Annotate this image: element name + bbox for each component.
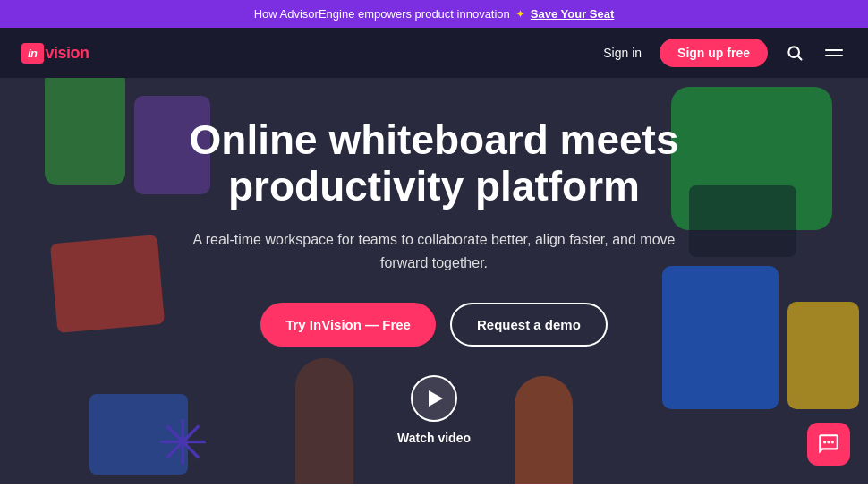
- svg-point-7: [823, 441, 826, 443]
- logo-box: in: [21, 43, 44, 64]
- play-circle: [411, 375, 457, 422]
- hero-subtitle: A real-time workspace for teams to colla…: [183, 228, 685, 274]
- navbar: in vision Sign in Sign up free: [0, 28, 868, 78]
- svg-point-8: [831, 441, 834, 443]
- hamburger-menu-button[interactable]: [821, 46, 847, 60]
- logo-vision-text: vision: [46, 44, 89, 63]
- search-button[interactable]: [786, 44, 804, 62]
- hero-title: Online whiteboard meets productivity pla…: [130, 116, 738, 211]
- nav-right: Sign in Sign up free: [603, 39, 847, 67]
- request-demo-button[interactable]: Request a demo: [450, 303, 608, 347]
- chat-icon: [817, 432, 840, 456]
- play-icon: [429, 390, 443, 407]
- chat-bubble-button[interactable]: [807, 423, 850, 466]
- watch-video-label: Watch video: [397, 431, 471, 445]
- banner-text: How AdvisorEngine empowers product innov…: [254, 7, 510, 21]
- sign-up-button[interactable]: Sign up free: [660, 39, 768, 67]
- sparkle-icon: ✦: [515, 7, 525, 21]
- logo-in: in: [28, 47, 38, 60]
- banner-cta-link[interactable]: Save Your Seat: [531, 7, 614, 21]
- bg-green-rect: [45, 78, 125, 185]
- sign-in-button[interactable]: Sign in: [603, 46, 642, 60]
- hero-content: Online whiteboard meets productivity pla…: [130, 116, 738, 446]
- svg-rect-4: [787, 302, 859, 409]
- logo: in vision: [21, 43, 89, 64]
- top-banner: How AdvisorEngine empowers product innov…: [0, 0, 868, 28]
- svg-point-6: [827, 441, 830, 443]
- search-icon: [786, 44, 804, 62]
- hero-section: ✳ Online whiteboard meets productivity p…: [0, 78, 868, 484]
- watch-video-button[interactable]: Watch video: [130, 375, 738, 445]
- cta-buttons: Try InVision — Free Request a demo: [130, 303, 738, 347]
- svg-line-1: [798, 56, 802, 60]
- try-invision-button[interactable]: Try InVision — Free: [260, 303, 436, 347]
- menu-line-2: [825, 55, 843, 56]
- menu-line-1: [825, 49, 843, 51]
